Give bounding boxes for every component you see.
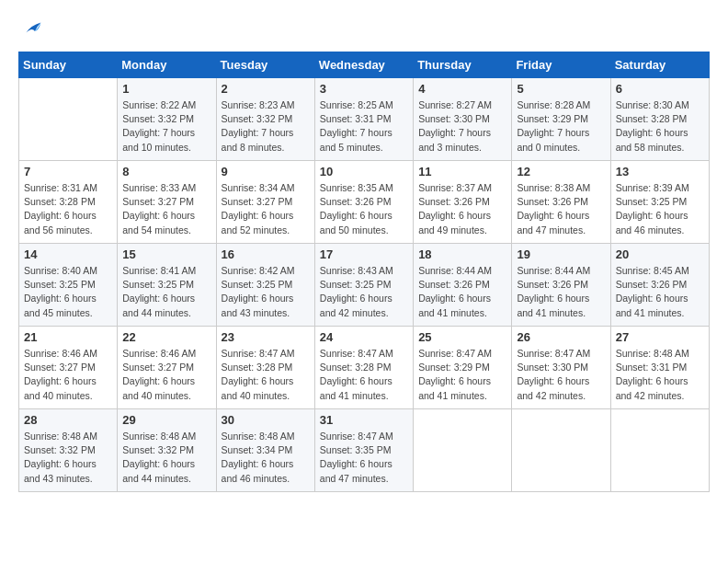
day-number: 23 [222, 330, 310, 344]
page-header [18, 18, 710, 37]
day-number: 22 [122, 330, 210, 344]
day-info: Sunrise: 8:48 AM Sunset: 3:34 PM Dayligh… [222, 430, 310, 486]
day-number: 11 [418, 165, 506, 178]
day-cell [610, 409, 709, 492]
day-cell: 17Sunrise: 8:43 AM Sunset: 3:25 PM Dayli… [314, 244, 413, 327]
day-info: Sunrise: 8:35 AM Sunset: 3:26 PM Dayligh… [320, 181, 408, 237]
day-info: Sunrise: 8:38 AM Sunset: 3:26 PM Dayligh… [517, 181, 605, 237]
day-info: Sunrise: 8:47 AM Sunset: 3:30 PM Dayligh… [517, 347, 605, 403]
day-cell: 30Sunrise: 8:48 AM Sunset: 3:34 PM Dayli… [216, 409, 314, 492]
day-info: Sunrise: 8:30 AM Sunset: 3:28 PM Dayligh… [616, 98, 704, 155]
day-number: 12 [517, 165, 605, 178]
day-cell [512, 409, 610, 492]
day-cell: 19Sunrise: 8:44 AM Sunset: 3:26 PM Dayli… [512, 244, 610, 327]
day-number: 29 [122, 413, 210, 427]
day-info: Sunrise: 8:27 AM Sunset: 3:30 PM Dayligh… [418, 98, 506, 155]
day-number: 18 [418, 247, 506, 261]
day-number: 7 [24, 165, 112, 178]
day-number: 15 [122, 247, 210, 261]
day-number: 16 [222, 247, 310, 261]
day-cell: 7Sunrise: 8:31 AM Sunset: 3:28 PM Daylig… [19, 161, 118, 244]
day-info: Sunrise: 8:44 AM Sunset: 3:26 PM Dayligh… [517, 264, 605, 320]
header-cell-wednesday: Wednesday [314, 52, 413, 78]
day-cell: 21Sunrise: 8:46 AM Sunset: 3:27 PM Dayli… [19, 327, 118, 409]
day-cell: 22Sunrise: 8:46 AM Sunset: 3:27 PM Dayli… [118, 327, 216, 409]
day-number: 21 [24, 330, 112, 344]
day-cell: 28Sunrise: 8:48 AM Sunset: 3:32 PM Dayli… [19, 409, 118, 492]
day-number: 2 [222, 82, 310, 96]
day-info: Sunrise: 8:46 AM Sunset: 3:27 PM Dayligh… [122, 347, 210, 403]
day-info: Sunrise: 8:40 AM Sunset: 3:25 PM Dayligh… [24, 264, 112, 320]
day-info: Sunrise: 8:22 AM Sunset: 3:32 PM Dayligh… [122, 98, 210, 155]
day-number: 19 [517, 247, 605, 261]
day-info: Sunrise: 8:42 AM Sunset: 3:25 PM Dayligh… [222, 264, 310, 320]
day-cell: 2Sunrise: 8:23 AM Sunset: 3:32 PM Daylig… [216, 78, 314, 161]
header-cell-sunday: Sunday [19, 52, 118, 78]
day-cell: 31Sunrise: 8:47 AM Sunset: 3:35 PM Dayli… [314, 409, 413, 492]
day-number: 25 [418, 330, 506, 344]
day-number: 17 [320, 247, 408, 261]
day-info: Sunrise: 8:47 AM Sunset: 3:35 PM Dayligh… [320, 430, 408, 486]
day-info: Sunrise: 8:44 AM Sunset: 3:26 PM Dayligh… [418, 264, 506, 320]
day-cell [19, 78, 118, 161]
week-row-4: 21Sunrise: 8:46 AM Sunset: 3:27 PM Dayli… [19, 327, 710, 409]
day-cell: 11Sunrise: 8:37 AM Sunset: 3:26 PM Dayli… [414, 161, 512, 244]
day-number: 31 [320, 413, 408, 427]
logo [18, 18, 42, 37]
day-cell: 16Sunrise: 8:42 AM Sunset: 3:25 PM Dayli… [216, 244, 314, 327]
week-row-3: 14Sunrise: 8:40 AM Sunset: 3:25 PM Dayli… [19, 244, 710, 327]
day-cell: 4Sunrise: 8:27 AM Sunset: 3:30 PM Daylig… [414, 78, 512, 161]
day-number: 1 [122, 82, 210, 96]
day-cell: 12Sunrise: 8:38 AM Sunset: 3:26 PM Dayli… [512, 161, 610, 244]
header-row: SundayMondayTuesdayWednesdayThursdayFrid… [19, 52, 710, 78]
day-number: 14 [24, 247, 112, 261]
header-cell-saturday: Saturday [610, 52, 709, 78]
day-info: Sunrise: 8:41 AM Sunset: 3:25 PM Dayligh… [122, 264, 210, 320]
day-info: Sunrise: 8:47 AM Sunset: 3:28 PM Dayligh… [222, 347, 310, 403]
day-cell: 23Sunrise: 8:47 AM Sunset: 3:28 PM Dayli… [216, 327, 314, 409]
day-cell: 24Sunrise: 8:47 AM Sunset: 3:28 PM Dayli… [314, 327, 413, 409]
day-cell: 15Sunrise: 8:41 AM Sunset: 3:25 PM Dayli… [118, 244, 216, 327]
day-cell: 18Sunrise: 8:44 AM Sunset: 3:26 PM Dayli… [414, 244, 512, 327]
day-cell: 3Sunrise: 8:25 AM Sunset: 3:31 PM Daylig… [314, 78, 413, 161]
calendar-table: SundayMondayTuesdayWednesdayThursdayFrid… [18, 52, 710, 492]
day-cell: 8Sunrise: 8:33 AM Sunset: 3:27 PM Daylig… [118, 161, 216, 244]
header-cell-friday: Friday [512, 52, 610, 78]
day-info: Sunrise: 8:25 AM Sunset: 3:31 PM Dayligh… [320, 98, 408, 155]
day-cell: 13Sunrise: 8:39 AM Sunset: 3:25 PM Dayli… [610, 161, 709, 244]
header-cell-monday: Monday [118, 52, 216, 78]
day-cell: 27Sunrise: 8:48 AM Sunset: 3:31 PM Dayli… [610, 327, 709, 409]
day-info: Sunrise: 8:34 AM Sunset: 3:27 PM Dayligh… [222, 181, 310, 237]
calendar-body: 1Sunrise: 8:22 AM Sunset: 3:32 PM Daylig… [19, 78, 710, 492]
day-cell: 9Sunrise: 8:34 AM Sunset: 3:27 PM Daylig… [216, 161, 314, 244]
day-number: 9 [222, 165, 310, 178]
day-number: 20 [616, 247, 704, 261]
day-cell: 14Sunrise: 8:40 AM Sunset: 3:25 PM Dayli… [19, 244, 118, 327]
day-info: Sunrise: 8:39 AM Sunset: 3:25 PM Dayligh… [616, 181, 704, 237]
day-info: Sunrise: 8:48 AM Sunset: 3:31 PM Dayligh… [616, 347, 704, 403]
day-number: 24 [320, 330, 408, 344]
day-cell: 29Sunrise: 8:48 AM Sunset: 3:32 PM Dayli… [118, 409, 216, 492]
day-number: 13 [616, 165, 704, 178]
day-number: 4 [418, 82, 506, 96]
day-cell: 5Sunrise: 8:28 AM Sunset: 3:29 PM Daylig… [512, 78, 610, 161]
day-cell: 1Sunrise: 8:22 AM Sunset: 3:32 PM Daylig… [118, 78, 216, 161]
day-info: Sunrise: 8:23 AM Sunset: 3:32 PM Dayligh… [222, 98, 310, 155]
day-info: Sunrise: 8:37 AM Sunset: 3:26 PM Dayligh… [418, 181, 506, 237]
day-info: Sunrise: 8:43 AM Sunset: 3:25 PM Dayligh… [320, 264, 408, 320]
day-number: 10 [320, 165, 408, 178]
day-info: Sunrise: 8:46 AM Sunset: 3:27 PM Dayligh… [24, 347, 112, 403]
day-info: Sunrise: 8:28 AM Sunset: 3:29 PM Dayligh… [517, 98, 605, 155]
day-cell: 6Sunrise: 8:30 AM Sunset: 3:28 PM Daylig… [610, 78, 709, 161]
day-cell: 26Sunrise: 8:47 AM Sunset: 3:30 PM Dayli… [512, 327, 610, 409]
week-row-2: 7Sunrise: 8:31 AM Sunset: 3:28 PM Daylig… [19, 161, 710, 244]
day-number: 27 [616, 330, 704, 344]
week-row-1: 1Sunrise: 8:22 AM Sunset: 3:32 PM Daylig… [19, 78, 710, 161]
logo-bird-icon [20, 18, 42, 37]
day-number: 28 [24, 413, 112, 427]
day-info: Sunrise: 8:48 AM Sunset: 3:32 PM Dayligh… [122, 430, 210, 486]
day-info: Sunrise: 8:33 AM Sunset: 3:27 PM Dayligh… [122, 181, 210, 237]
day-info: Sunrise: 8:31 AM Sunset: 3:28 PM Dayligh… [24, 181, 112, 237]
calendar-header: SundayMondayTuesdayWednesdayThursdayFrid… [19, 52, 710, 78]
day-info: Sunrise: 8:48 AM Sunset: 3:32 PM Dayligh… [24, 430, 112, 486]
